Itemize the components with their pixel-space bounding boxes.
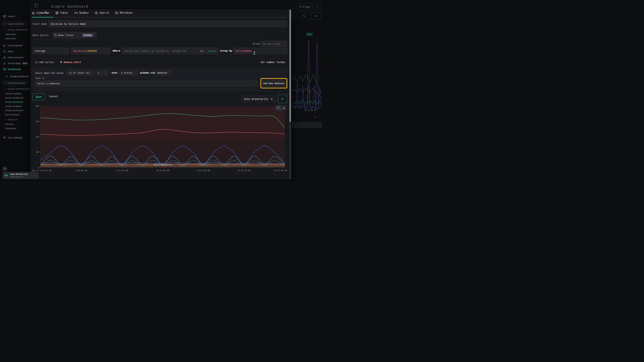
plus-icon <box>3 75 8 78</box>
run-chart-button[interactable] <box>278 95 287 103</box>
where-search-input[interactable] <box>122 49 194 52</box>
mini-chart-type-toggle[interactable] <box>306 33 313 36</box>
tab-search[interactable]: Search <box>95 11 109 14</box>
save-button[interactable]: Save <box>32 93 45 100</box>
sidebar-item-chart-explorer[interactable]: Chart Explorer <box>0 43 30 48</box>
divider <box>32 58 287 59</box>
preset-link[interactable]: Services <box>5 123 14 125</box>
beta-badge: BETA <box>22 62 28 64</box>
bar-view-button[interactable] <box>281 105 287 110</box>
sql-option[interactable]: SQL <box>200 50 204 52</box>
svg-text:600: 600 <box>36 120 39 123</box>
remove-alert-button[interactable]: Remove Alert <box>60 61 81 64</box>
divider <box>0 20 30 20</box>
alert-channel-select[interactable]: Webhook⌃⌄ <box>156 70 172 75</box>
sidebar-item-team-settings[interactable]: ⚙ Team Settings <box>0 135 30 140</box>
saved-search-item[interactable]: mikes tets2 <box>5 37 16 40</box>
tab-line-bar[interactable]: Line/Bar <box>32 11 50 14</box>
tags-button[interactable]: 0 Tags <box>297 4 312 10</box>
kebab-icon <box>317 5 318 8</box>
cancel-button[interactable]: Cancel <box>49 95 58 98</box>
alias-input[interactable] <box>260 42 287 45</box>
expr-field: Duration <box>74 49 85 52</box>
number-123-icon: 123 <box>74 12 78 14</box>
expr-slash: / <box>85 49 86 52</box>
saved-searches-header[interactable]: SAVED SEARCHES <box>5 29 28 31</box>
dashboard-link[interactable]: ClickPy Analytics <box>5 105 22 108</box>
chevron-up-down-icon: ⌃⌄ <box>94 34 95 36</box>
alert-prefix-label: Alert when the value <box>36 72 64 74</box>
duration-chart: 0200400600800Nov 6 9:35:00 AM9:45:00 AM9… <box>30 104 288 176</box>
sidebar-item-service-map[interactable]: Service Map BETA <box>0 61 30 66</box>
svg-text:400: 400 <box>36 136 39 138</box>
dashboards-icon <box>3 68 6 71</box>
bell-icon <box>60 61 62 64</box>
line-view-button[interactable] <box>276 105 281 110</box>
tab-table[interactable]: Table <box>56 11 68 14</box>
over-label: over <box>112 71 118 74</box>
alert-threshold-stepper[interactable]: 1 ⌃⌄ <box>96 70 108 75</box>
tab-underline-track <box>32 17 288 17</box>
chevron-up-down-icon: ⌃⌄ <box>91 72 92 74</box>
play-icon <box>281 98 284 100</box>
line-chart-icon <box>32 12 35 14</box>
preset-link[interactable]: Kubernetes <box>5 127 16 130</box>
lucene-option[interactable]: Lucene <box>208 50 216 52</box>
dashboard-link[interactable]: Simple Dashboard <box>5 97 24 99</box>
saved-dashboards-search[interactable] <box>2 81 28 86</box>
dashboard-link[interactable]: My Dashboard <box>5 113 20 116</box>
aggregation-select[interactable]: ⌃⌄ <box>32 48 69 54</box>
field-expression[interactable]: Duration/1000000 <box>71 48 110 54</box>
mini-chart-time-label: 10:35:00 AM <box>304 109 316 111</box>
svg-text:10:05:00 AM: 10:05:00 AM <box>156 169 169 172</box>
dashboard-link[interactable]: ClickPy Analytics <box>5 92 22 95</box>
webhook-select[interactable]: Select a Webhook ⌄ <box>36 81 258 86</box>
modal-scrollbar[interactable] <box>290 10 291 179</box>
app-root: HyperDX Simple dashboard 0 Tags <box>0 0 322 181</box>
saved-search-item[interactable]: mikes alert <box>5 33 16 35</box>
user-menu[interactable]: DM Dale McDiarmid demo-service - › <box>2 172 39 179</box>
sidebar-item-label: Client Sessions <box>8 56 24 59</box>
query-language-toggle[interactable]: SQL | Lucene <box>200 50 216 52</box>
svg-text:9:55:00 AM: 9:55:00 AM <box>116 169 128 172</box>
background-input[interactable] <box>292 122 322 128</box>
chevron-down-icon <box>5 29 6 30</box>
svg-text:10:15:00 AM: 10:15:00 AM <box>197 169 210 172</box>
saved-dashboards-input[interactable] <box>7 82 26 85</box>
chart-name-input[interactable] <box>49 22 287 25</box>
sidebar-item-alerts[interactable]: Alerts <box>0 49 30 54</box>
sidebar-item-search[interactable]: Search <box>0 14 30 18</box>
saved-dashboards-header[interactable]: SAVED DASHBOARD <box>5 88 30 90</box>
group-by-input[interactable] <box>233 49 287 52</box>
sidebar-collapse-icon[interactable] <box>34 3 38 7</box>
presets-header[interactable]: PRESETS <box>5 119 18 121</box>
set-number-format-button[interactable]: Set number format <box>260 61 285 64</box>
svg-text:Nov 6 9:35:00 AM: Nov 6 9:35:00 AM <box>32 169 51 172</box>
alert-condition-select[interactable]: is at least (≥)⌃⌄ <box>67 70 94 75</box>
data-source-select[interactable]: Demo Traces Schema ⌃⌄ <box>53 32 96 38</box>
chevron-up-down-icon: ⌃⌄ <box>66 50 67 52</box>
tab-number[interactable]: 123 Number <box>74 11 89 14</box>
stepper-arrows[interactable]: ⌃⌄ <box>105 70 108 75</box>
tab-markdown[interactable]: Markdown <box>115 11 133 14</box>
sidebar-item-label: Service Map <box>8 62 20 65</box>
create-dashboard-button[interactable]: Create Dashboard <box>0 74 30 79</box>
add-series-button[interactable]: Add Series <box>35 61 54 64</box>
saved-searches-search[interactable] <box>2 21 28 26</box>
sidebar-item-client-sessions[interactable]: Client Sessions <box>0 55 30 60</box>
alert-window-select[interactable]: 5 minute⌃⌄ <box>119 70 138 75</box>
dashboard-link[interactable]: Simple dashboard <box>5 109 23 112</box>
help-button[interactable]: ? <box>2 166 7 171</box>
dashboard-link[interactable]: Simple dashboard <box>5 101 23 103</box>
pipe-separator: | <box>205 50 206 52</box>
granularity-select[interactable]: Auto Granularity <box>241 96 276 102</box>
sidebar-item-dashboards[interactable]: Dashboards <box>0 67 30 71</box>
where-label: Where <box>113 49 120 52</box>
scrollbar-thumb[interactable] <box>290 10 291 122</box>
kebab-menu-button[interactable] <box>314 4 321 10</box>
chart-explorer-icon <box>3 44 6 47</box>
chevron-up-down-icon: ⌃⌄ <box>169 72 170 74</box>
saved-searches-input[interactable] <box>7 22 26 25</box>
expand-corner-icon[interactable]: ⇲ <box>314 116 316 119</box>
add-new-webhook-button[interactable]: Add New Webhook <box>260 78 287 88</box>
